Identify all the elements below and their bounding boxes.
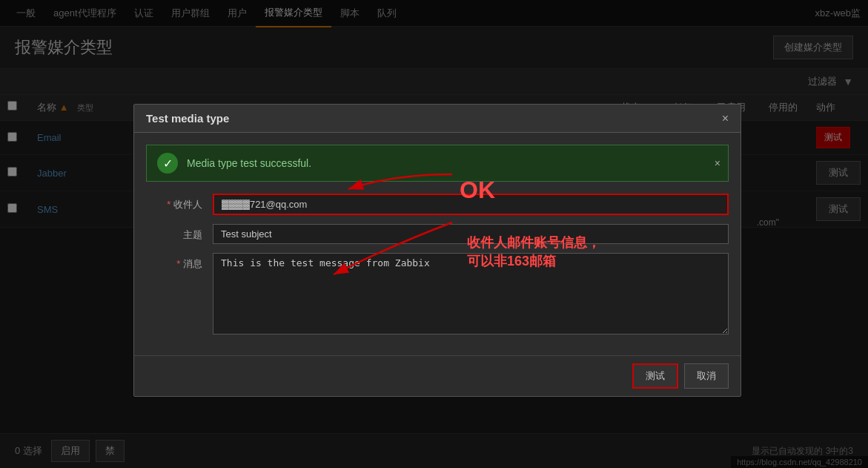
success-message: Media type test successful.	[187, 157, 311, 169]
success-banner: ✓ Media type test successful. ×	[146, 145, 729, 182]
message-label: 消息	[146, 253, 213, 271]
modal-close-button[interactable]: ×	[722, 113, 729, 125]
subject-row: 主题	[146, 224, 729, 244]
success-checkmark-icon: ✓	[157, 153, 178, 174]
modal-title: Test media type	[146, 112, 229, 125]
success-close-button[interactable]: ×	[715, 157, 720, 169]
modal-cancel-button[interactable]: 取消	[684, 363, 729, 389]
recipient-row: 收件人	[146, 194, 729, 215]
subject-label: 主题	[146, 224, 213, 242]
ok-annotation: OK	[460, 177, 495, 204]
modal-body: ✓ Media type test successful. × 收件人 主题 消…	[134, 133, 741, 355]
modal-footer: 测试 取消	[134, 355, 741, 396]
test-media-type-modal: Test media type × ✓ Media type test succ…	[133, 104, 741, 397]
recipient-label: 收件人	[146, 194, 213, 211]
recipient-annotation: 收件人邮件账号信息，可以非163邮箱	[467, 234, 600, 271]
modal-header: Test media type ×	[134, 105, 741, 133]
message-row: 消息 This is the test message from Zabbix	[146, 253, 729, 334]
modal-test-button[interactable]: 测试	[632, 363, 678, 389]
